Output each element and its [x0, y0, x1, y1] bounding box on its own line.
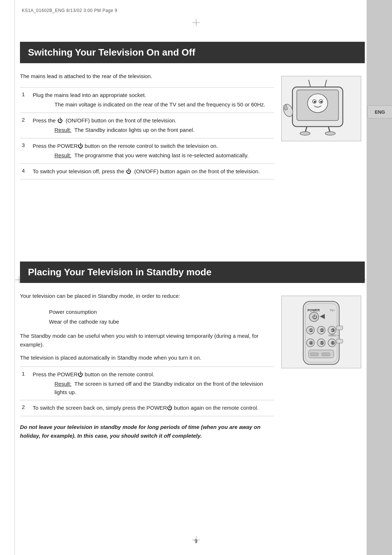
list-item: Wear of the cathode ray tube	[49, 317, 274, 327]
left-border	[15, 0, 15, 555]
section-standby: Placing Your Television in Standby mode …	[20, 262, 365, 440]
step-result: Result: The screen is turned off and the…	[33, 380, 272, 396]
svg-text:POWER: POWER	[307, 308, 320, 312]
page-container: ENG KS1A_01602B_ENG 8/13/02 3:00 PM Page…	[0, 0, 392, 555]
svg-line-14	[325, 80, 327, 87]
section2-image: POWER ⏻ ◀ TV○ ①	[281, 292, 365, 440]
result-label: Result:	[54, 127, 72, 133]
main-content: Switching Your Television On and Off The…	[20, 22, 365, 533]
table-row: 1 Press the POWER⏻ button on the remote …	[20, 366, 274, 400]
eng-badge: ENG	[367, 105, 392, 118]
svg-point-10	[325, 131, 335, 135]
result-label: Result:	[54, 381, 72, 387]
remote-svg: POWER ⏻ ◀ TV○ ①	[282, 296, 361, 368]
step-num: 1	[20, 87, 31, 113]
step-num: 4	[20, 163, 31, 179]
section2-text: Your television can be placed in Standby…	[20, 292, 274, 440]
svg-point-5	[314, 101, 316, 103]
step-num: 1	[20, 366, 31, 400]
svg-rect-36	[336, 339, 343, 343]
step-content: To switch your television off, press the…	[31, 163, 274, 179]
step-num: 3	[20, 138, 31, 163]
svg-text:◀: ◀	[320, 312, 325, 320]
svg-point-6	[320, 101, 322, 103]
step-num: 2	[20, 400, 31, 416]
section2-steps: 1 Press the POWER⏻ button on the remote …	[20, 366, 274, 416]
section1-image	[281, 72, 365, 179]
svg-rect-29	[336, 326, 343, 330]
svg-point-2	[307, 94, 327, 113]
step-content: To switch the screen back on, simply pre…	[31, 400, 274, 416]
tv-illustration	[281, 76, 361, 141]
table-row: 2 To switch the screen back on, simply p…	[20, 400, 274, 416]
page-number: 9	[195, 538, 197, 544]
svg-text:VIDEO ⊣: VIDEO ⊣	[328, 334, 339, 337]
svg-rect-39	[322, 353, 330, 356]
step-num: 2	[20, 113, 31, 138]
svg-line-13	[309, 80, 310, 87]
standby-bullets: Power consumption Wear of the cathode ra…	[20, 307, 274, 327]
svg-text:TV○: TV○	[330, 309, 335, 312]
step-result: Result: The programme that you were watc…	[33, 151, 272, 160]
table-row: 1 Plug the mains lead into an appropriat…	[20, 87, 274, 113]
section1-steps: 1 Plug the mains lead into an appropriat…	[20, 87, 274, 180]
svg-text:⏻: ⏻	[312, 314, 317, 320]
standby-para1: The Standby mode can be useful when you …	[20, 332, 274, 349]
result-label: Result:	[54, 152, 72, 158]
step-content: Press the POWER⏻ button on the remote co…	[31, 138, 274, 163]
standby-para2: The television is placed automatically i…	[20, 353, 274, 362]
section-switching: Switching Your Television On and Off The…	[20, 42, 365, 179]
step-result: Result: The Standby indicator lights up …	[33, 126, 272, 134]
svg-point-9	[300, 131, 310, 135]
section1-text: The mains lead is attached to the rear o…	[20, 72, 274, 179]
step-content: Press the POWER⏻ button on the remote co…	[31, 366, 274, 400]
list-item: Power consumption	[49, 307, 274, 317]
tv-svg	[282, 76, 361, 141]
section2-intro: Your television can be placed in Standby…	[20, 292, 274, 300]
section1-content: The mains lead is attached to the rear o…	[20, 72, 365, 179]
svg-text:②: ②	[320, 328, 324, 333]
warning-text: Do not leave your television in standby …	[20, 423, 274, 440]
svg-text:⑤: ⑤	[320, 340, 324, 346]
section2-title: Placing Your Television in Standby mode	[20, 262, 365, 283]
remote-illustration: POWER ⏻ ◀ TV○ ①	[281, 296, 361, 368]
right-sidebar	[367, 0, 392, 555]
section1-intro: The mains lead is attached to the rear o…	[20, 72, 274, 81]
section1-title: Switching Your Television On and Off	[20, 42, 365, 63]
svg-text:④: ④	[309, 340, 313, 346]
header-meta: KS1A_01602B_ENG 8/13/02 3:00 PM Page 9	[22, 8, 117, 13]
section2-content: Your television can be placed in Standby…	[20, 292, 365, 440]
step-content: Press the ⏻ (ON/OFF) button on the front…	[31, 113, 274, 138]
table-row: 3 Press the POWER⏻ button on the remote …	[20, 138, 274, 163]
svg-text:⑥: ⑥	[331, 340, 335, 346]
table-row: 4 To switch your television off, press t…	[20, 163, 274, 179]
table-row: 2 Press the ⏻ (ON/OFF) button on the fro…	[20, 113, 274, 138]
step-sub: The main voltage is indicated on the rea…	[33, 101, 272, 109]
svg-text:①: ①	[309, 328, 313, 333]
svg-text:③: ③	[331, 328, 335, 333]
step-content: Plug the mains lead into an appropriate …	[31, 87, 274, 113]
svg-rect-38	[310, 353, 318, 356]
